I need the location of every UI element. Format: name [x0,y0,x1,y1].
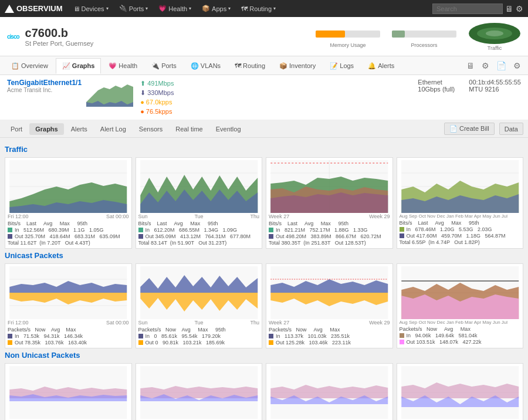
subnav-overview[interactable]: 📋 Overview [5,58,55,73]
unicast-chart-1w: SunTueThu Packets/s Now Avg Max 95th In … [136,263,263,348]
subnav-icon3[interactable]: 📄 [494,60,509,72]
subnav-ports[interactable]: 🔌 Ports [145,58,183,73]
subnav-graphs[interactable]: 📈 Graphs [56,58,101,74]
logo-text: OBSERVIUM [16,4,63,13]
traffic-chart-2d: Fri 12:00 Sat 00:00 Bits/s Last Avg Max … [5,157,132,249]
unicast-chart-1mo: Week 27Week 29 Packets/s Now Avg Max In … [266,263,393,348]
subnav-health[interactable]: 💗 Health [102,58,144,73]
speed-err1: ● 67.0kpps [140,97,174,107]
cisco-logo: cisco [7,33,19,40]
subnav-alerts[interactable]: 🔔 Alerts [361,58,401,73]
unicast-chart-1y: Aug Sep Oct Nov Dec Jan Feb Mar Apr May … [397,263,524,348]
data-button[interactable]: Data [499,123,523,135]
subnav-logs[interactable]: 📝 Logs [323,58,360,73]
graphs-icon: 📈 [62,62,70,70]
chevron-down-icon: ▾ [189,6,191,11]
device-location: St Peter Port, Guernsey [25,40,94,47]
nonunicast-chart-1mo: Week 27Week 29 Packets/sec Now Avg Max B… [266,363,393,420]
chart-time-1w: Sun Tue Thu [138,214,260,219]
main-content: Traffic Fri 12:00 Sat 00:00 Bits/s Last [0,138,528,420]
traffic-mini-graph [468,22,521,45]
port-type: Ethernet 10Gbps (full) [418,79,455,93]
svg-rect-3 [392,31,405,38]
bill-icon: 📄 [449,125,458,132]
ports-icon: 🔌 [119,5,127,12]
processor-graph [392,25,456,42]
port-header: TenGigabitEthernet1/1 Acme Transit Inc. … [0,75,528,120]
traffic-graph-1w [138,160,260,213]
port-speeds: ⬆ 491Mbps ⬇ 330Mbps ● 67.0kpps ● 76.5kpp… [140,79,174,116]
svg-rect-1 [316,31,345,38]
overview-icon: 📋 [11,62,19,70]
settings-icon[interactable]: ⚙ [516,4,523,13]
tab-alerts[interactable]: Alerts [65,123,93,135]
port-vendor: Acme Transit Inc. [7,87,82,93]
subnav-icon4[interactable]: ⚙ [511,60,523,72]
tab-realtime[interactable]: Real time [170,123,208,135]
nav-routing[interactable]: 🗺 Routing ▾ [236,3,280,15]
traffic-graph-1y [400,160,521,213]
apps-icon: 📦 [202,5,210,12]
nav-devices[interactable]: 🖥 Devices ▾ [69,3,113,15]
device-header: cisco c7600.b St Peter Port, Guernsey Me… [0,17,528,56]
traffic-chart-1w: Sun Tue Thu Bits/s Last Avg Max 95th In … [136,157,263,249]
unicast-chart-2d: Fri 12:00 Sat 00:00 Packets/s Now Avg Ma… [5,263,132,348]
tab-port[interactable]: Port [5,123,28,135]
logs-icon: 📝 [330,62,338,70]
speed-out: ⬇ 330Mbps [140,88,174,97]
traffic-graph-1mo [269,160,390,213]
inventory-icon: 📦 [279,62,287,70]
unicast-section-title: Unicast Packets [5,251,523,260]
chart-time-1mo: Week 27 Week 29 [269,214,390,219]
processor-widget: Processors [392,25,456,48]
processor-label: Processors [392,42,456,48]
chevron-down-icon: ▾ [145,6,148,11]
search-area: 🖥 ⚙ [432,4,523,14]
port-details: Ethernet 10Gbps (full) 00:1b:d4:55:55:55… [418,79,521,93]
logo-triangle [5,5,14,13]
traffic-label: Traffic [468,45,521,51]
tab-graphs[interactable]: Graphs [29,123,64,135]
unicast-charts-row: Fri 12:00 Sat 00:00 Packets/s Now Avg Ma… [5,263,523,348]
traffic-charts-row: Fri 12:00 Sat 00:00 Bits/s Last Avg Max … [5,157,523,249]
device-metrics: Memory Usage Processors Traffic [316,22,521,51]
port-mac: 00:1b:d4:55:55:55 MTU 9216 [469,79,521,93]
traffic-chart-1mo: Week 27 Week 29 Bits/s Last Avg Max 95th… [266,157,393,249]
nav-apps[interactable]: 📦 Apps ▾ [197,2,235,15]
traffic-graph-2d [8,160,129,213]
subnav-actions: 🖥 ⚙ 📄 ⚙ [464,60,523,72]
port-name: TenGigabitEthernet1/1 [7,79,82,87]
device-info: c7600.b St Peter Port, Guernsey [25,26,94,47]
nonunicast-chart-2d: Fri 12:00Sat 00:00 Packets/sec Now Avg M… [5,363,132,420]
subnav-routing[interactable]: 🗺 Routing [228,58,272,73]
nav-ports[interactable]: 🔌 Ports ▾ [114,2,153,15]
nonunicast-graph-2d [8,366,129,419]
memory-usage-widget: Memory Usage [316,25,380,48]
monitor-icon[interactable]: 🖥 [505,4,513,13]
vlans-icon: 🌐 [191,62,199,70]
tab-eventlog[interactable]: Eventlog [210,123,247,135]
subnav-vlans[interactable]: 🌐 VLANs [184,58,227,73]
subnav-icon1[interactable]: 🖥 [464,60,477,72]
create-bill-button[interactable]: 📄 Create Bill [444,123,495,135]
unicast-graph-1mo [269,266,390,319]
tab-sensors[interactable]: Sensors [133,123,168,135]
traffic-stats-1mo: Bits/s Last Avg Max 95th In 821.21M 752.… [269,221,390,246]
memory-label: Memory Usage [316,42,380,48]
chevron-down-icon: ▾ [106,6,109,11]
routing-nav-icon: 🗺 [235,62,241,69]
logo: OBSERVIUM [5,4,63,13]
nonunicast-graph-1w [138,366,260,419]
nav-health[interactable]: 💗 Health ▾ [154,2,196,15]
tab-alert-log[interactable]: Alert Log [94,123,132,135]
nonunicast-section-title: Non Unicast Packets [5,351,523,360]
ports-nav-icon: 🔌 [151,62,160,70]
unicast-graph-1w [138,266,260,319]
memory-graph [316,25,380,42]
port-tab-actions: 📄 Create Bill Data [444,123,523,135]
chart-time-2d: Fri 12:00 Sat 00:00 [8,214,129,219]
nonunicast-graph-1mo [269,366,390,419]
subnav-icon2[interactable]: ⚙ [479,60,492,72]
subnav-inventory[interactable]: 📦 Inventory [273,58,322,73]
search-input[interactable] [432,4,503,14]
